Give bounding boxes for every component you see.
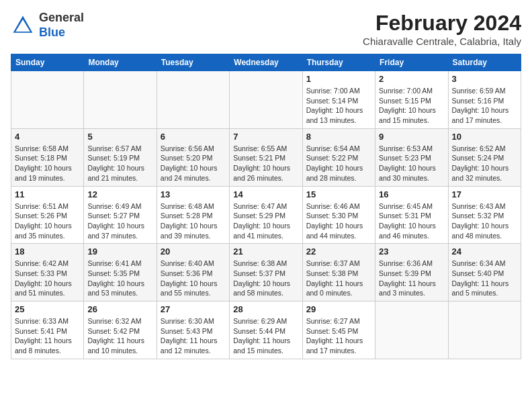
calendar-cell bbox=[375, 302, 448, 359]
day-number: 12 bbox=[87, 189, 152, 199]
day-number: 5 bbox=[87, 132, 152, 142]
day-info: Sunrise: 6:48 AMSunset: 5:28 PMDaylight:… bbox=[161, 201, 226, 241]
day-of-week-header: Sunday bbox=[11, 54, 84, 71]
calendar-cell bbox=[157, 71, 229, 129]
calendar-week-row: 18Sunrise: 6:42 AMSunset: 5:33 PMDayligh… bbox=[11, 244, 521, 302]
calendar-cell: 21Sunrise: 6:38 AMSunset: 5:37 PMDayligh… bbox=[230, 244, 302, 302]
day-number: 6 bbox=[161, 132, 226, 142]
day-number: 7 bbox=[233, 132, 298, 142]
day-number: 20 bbox=[161, 246, 226, 257]
day-number: 16 bbox=[379, 189, 444, 199]
day-number: 3 bbox=[452, 74, 517, 84]
calendar-cell: 15Sunrise: 6:46 AMSunset: 5:30 PMDayligh… bbox=[302, 186, 375, 244]
calendar-cell bbox=[11, 71, 84, 129]
calendar-cell bbox=[230, 71, 302, 129]
calendar-week-row: 4Sunrise: 6:58 AMSunset: 5:18 PMDaylight… bbox=[11, 128, 521, 186]
day-number: 27 bbox=[161, 304, 226, 314]
day-number: 1 bbox=[306, 74, 371, 84]
calendar-cell: 1Sunrise: 7:00 AMSunset: 5:14 PMDaylight… bbox=[302, 71, 375, 129]
day-number: 4 bbox=[15, 132, 80, 142]
day-number: 29 bbox=[306, 304, 371, 314]
day-info: Sunrise: 6:51 AMSunset: 5:26 PMDaylight:… bbox=[15, 201, 80, 241]
day-info: Sunrise: 6:46 AMSunset: 5:30 PMDaylight:… bbox=[306, 201, 371, 241]
calendar-cell bbox=[84, 71, 157, 129]
calendar-cell: 22Sunrise: 6:37 AMSunset: 5:38 PMDayligh… bbox=[302, 244, 375, 302]
day-of-week-header: Wednesday bbox=[230, 54, 302, 71]
day-number: 15 bbox=[306, 189, 371, 199]
day-info: Sunrise: 6:41 AMSunset: 5:35 PMDaylight:… bbox=[87, 259, 152, 298]
calendar-body: 1Sunrise: 7:00 AMSunset: 5:14 PMDaylight… bbox=[11, 71, 521, 359]
day-number: 22 bbox=[306, 246, 371, 257]
day-number: 23 bbox=[379, 246, 444, 257]
day-number: 26 bbox=[87, 304, 152, 314]
calendar-cell: 13Sunrise: 6:48 AMSunset: 5:28 PMDayligh… bbox=[157, 186, 229, 244]
day-info: Sunrise: 6:54 AMSunset: 5:22 PMDaylight:… bbox=[306, 144, 371, 183]
calendar-cell: 24Sunrise: 6:34 AMSunset: 5:40 PMDayligh… bbox=[448, 244, 521, 302]
day-info: Sunrise: 6:27 AMSunset: 5:45 PMDaylight:… bbox=[306, 316, 371, 356]
day-number: 14 bbox=[233, 189, 298, 199]
day-number: 24 bbox=[452, 246, 517, 257]
day-info: Sunrise: 6:38 AMSunset: 5:37 PMDaylight:… bbox=[233, 259, 298, 298]
title-block: February 2024 Chiaravalle Centrale, Cala… bbox=[363, 11, 521, 47]
calendar-cell: 26Sunrise: 6:32 AMSunset: 5:42 PMDayligh… bbox=[84, 302, 157, 359]
day-info: Sunrise: 6:32 AMSunset: 5:42 PMDaylight:… bbox=[87, 316, 152, 356]
calendar-cell: 14Sunrise: 6:47 AMSunset: 5:29 PMDayligh… bbox=[230, 186, 302, 244]
day-info: Sunrise: 6:34 AMSunset: 5:40 PMDaylight:… bbox=[452, 259, 517, 298]
day-of-week-header: Tuesday bbox=[157, 54, 229, 71]
calendar-cell bbox=[448, 302, 521, 359]
day-info: Sunrise: 6:49 AMSunset: 5:27 PMDaylight:… bbox=[87, 201, 152, 241]
day-info: Sunrise: 6:57 AMSunset: 5:19 PMDaylight:… bbox=[87, 144, 152, 183]
calendar-cell: 7Sunrise: 6:55 AMSunset: 5:21 PMDaylight… bbox=[230, 128, 302, 186]
day-of-week-header: Monday bbox=[84, 54, 157, 71]
day-info: Sunrise: 6:37 AMSunset: 5:38 PMDaylight:… bbox=[306, 259, 371, 298]
day-info: Sunrise: 7:00 AMSunset: 5:14 PMDaylight:… bbox=[306, 86, 371, 126]
day-info: Sunrise: 6:43 AMSunset: 5:32 PMDaylight:… bbox=[452, 201, 517, 241]
day-of-week-header: Saturday bbox=[448, 54, 521, 71]
day-info: Sunrise: 6:30 AMSunset: 5:43 PMDaylight:… bbox=[161, 316, 226, 356]
logo: General Blue bbox=[11, 11, 84, 40]
day-number: 9 bbox=[379, 132, 444, 142]
calendar-week-row: 11Sunrise: 6:51 AMSunset: 5:26 PMDayligh… bbox=[11, 186, 521, 244]
calendar-cell: 9Sunrise: 6:53 AMSunset: 5:23 PMDaylight… bbox=[375, 128, 448, 186]
calendar-cell: 2Sunrise: 7:00 AMSunset: 5:15 PMDaylight… bbox=[375, 71, 448, 129]
day-info: Sunrise: 6:42 AMSunset: 5:33 PMDaylight:… bbox=[15, 259, 80, 298]
day-number: 25 bbox=[15, 304, 80, 314]
day-info: Sunrise: 6:47 AMSunset: 5:29 PMDaylight:… bbox=[233, 201, 298, 241]
day-info: Sunrise: 6:55 AMSunset: 5:21 PMDaylight:… bbox=[233, 144, 298, 183]
day-info: Sunrise: 6:29 AMSunset: 5:44 PMDaylight:… bbox=[233, 316, 298, 356]
day-number: 8 bbox=[306, 132, 371, 142]
calendar-cell: 12Sunrise: 6:49 AMSunset: 5:27 PMDayligh… bbox=[84, 186, 157, 244]
calendar-cell: 11Sunrise: 6:51 AMSunset: 5:26 PMDayligh… bbox=[11, 186, 84, 244]
day-info: Sunrise: 6:52 AMSunset: 5:24 PMDaylight:… bbox=[452, 144, 517, 183]
calendar-cell: 18Sunrise: 6:42 AMSunset: 5:33 PMDayligh… bbox=[11, 244, 84, 302]
calendar-cell: 6Sunrise: 6:56 AMSunset: 5:20 PMDaylight… bbox=[157, 128, 229, 186]
calendar-cell: 19Sunrise: 6:41 AMSunset: 5:35 PMDayligh… bbox=[84, 244, 157, 302]
calendar-cell: 16Sunrise: 6:45 AMSunset: 5:31 PMDayligh… bbox=[375, 186, 448, 244]
calendar-cell: 8Sunrise: 6:54 AMSunset: 5:22 PMDaylight… bbox=[302, 128, 375, 186]
day-number: 19 bbox=[87, 246, 152, 257]
day-of-week-header: Friday bbox=[375, 54, 448, 71]
day-info: Sunrise: 6:59 AMSunset: 5:16 PMDaylight:… bbox=[452, 86, 517, 126]
calendar-cell: 25Sunrise: 6:33 AMSunset: 5:41 PMDayligh… bbox=[11, 302, 84, 359]
logo-text: General Blue bbox=[39, 11, 84, 40]
day-number: 10 bbox=[452, 132, 517, 142]
calendar-cell: 27Sunrise: 6:30 AMSunset: 5:43 PMDayligh… bbox=[157, 302, 229, 359]
day-info: Sunrise: 6:33 AMSunset: 5:41 PMDaylight:… bbox=[15, 316, 80, 356]
day-info: Sunrise: 6:58 AMSunset: 5:18 PMDaylight:… bbox=[15, 144, 80, 183]
day-info: Sunrise: 6:36 AMSunset: 5:39 PMDaylight:… bbox=[379, 259, 444, 298]
day-number: 13 bbox=[161, 189, 226, 199]
day-info: Sunrise: 6:40 AMSunset: 5:36 PMDaylight:… bbox=[161, 259, 226, 298]
calendar-cell: 20Sunrise: 6:40 AMSunset: 5:36 PMDayligh… bbox=[157, 244, 229, 302]
calendar-header: SundayMondayTuesdayWednesdayThursdayFrid… bbox=[11, 54, 521, 71]
calendar-week-row: 25Sunrise: 6:33 AMSunset: 5:41 PMDayligh… bbox=[11, 302, 521, 359]
calendar-cell: 3Sunrise: 6:59 AMSunset: 5:16 PMDaylight… bbox=[448, 71, 521, 129]
calendar-cell: 28Sunrise: 6:29 AMSunset: 5:44 PMDayligh… bbox=[230, 302, 302, 359]
page-header: General Blue February 2024 Chiaravalle C… bbox=[11, 11, 521, 47]
calendar-cell: 10Sunrise: 6:52 AMSunset: 5:24 PMDayligh… bbox=[448, 128, 521, 186]
calendar-cell: 17Sunrise: 6:43 AMSunset: 5:32 PMDayligh… bbox=[448, 186, 521, 244]
day-number: 28 bbox=[233, 304, 298, 314]
calendar-cell: 23Sunrise: 6:36 AMSunset: 5:39 PMDayligh… bbox=[375, 244, 448, 302]
logo-icon bbox=[11, 13, 35, 38]
day-info: Sunrise: 6:56 AMSunset: 5:20 PMDaylight:… bbox=[161, 144, 226, 183]
day-info: Sunrise: 7:00 AMSunset: 5:15 PMDaylight:… bbox=[379, 86, 444, 126]
